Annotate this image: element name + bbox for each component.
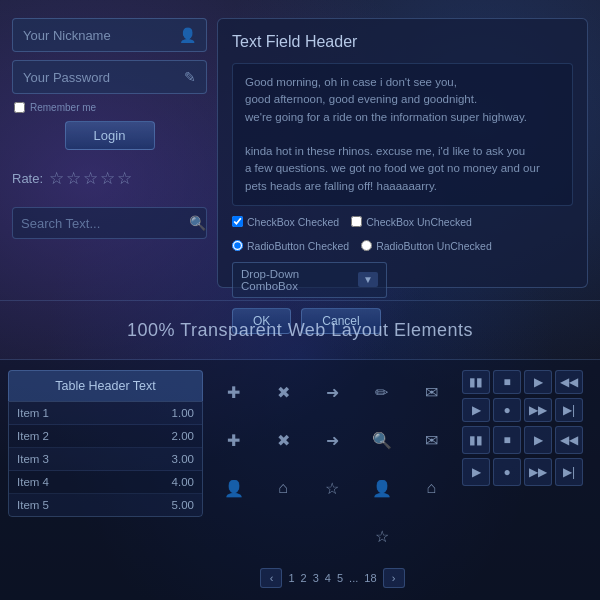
skip-end-button-lg[interactable]: ▶|: [555, 458, 583, 486]
stop-button-lg[interactable]: ■: [493, 426, 521, 454]
placeholder-3: [310, 514, 355, 558]
checkbox-unchecked-item[interactable]: CheckBox UnChecked: [351, 216, 472, 228]
search-row: 🔍: [12, 207, 207, 239]
remember-label: Remember me: [30, 102, 96, 113]
radio-checked[interactable]: [232, 240, 243, 251]
pagination-row: ‹ 1 2 3 4 5 ... 18 ›: [211, 562, 454, 590]
radio-unchecked[interactable]: [361, 240, 372, 251]
password-input[interactable]: [23, 70, 184, 85]
dialog-title: Text Field Header: [232, 33, 573, 51]
row-label-4: Item 4: [17, 476, 49, 488]
star-icon-2[interactable]: ☆: [359, 514, 404, 558]
skip-end-button[interactable]: ▶|: [555, 398, 583, 422]
play-button-lg[interactable]: ▶: [524, 426, 552, 454]
page-3[interactable]: 3: [313, 572, 319, 584]
user-icon-2[interactable]: 👤: [211, 466, 256, 510]
icons-panel: ✚ ✖ ➜ ✏ ✉ ✚ ✖ ➜ 🔍 ✉ 👤 ⌂ ☆ 👤 ⌂: [211, 370, 454, 590]
page-next-button[interactable]: ›: [383, 568, 405, 588]
arrow-right-icon[interactable]: ➜: [310, 370, 355, 414]
login-button[interactable]: Login: [65, 121, 155, 150]
combo-label: Drop-Down ComboBox: [241, 268, 358, 292]
star-icon[interactable]: ☆: [310, 466, 355, 510]
record-button-lg[interactable]: ●: [493, 458, 521, 486]
rate-row: Rate: ☆ ☆ ☆ ☆ ☆: [12, 168, 207, 189]
table-body: Item 1 1.00 Item 2 2.00 Item 3 3.00 Item…: [8, 401, 203, 517]
search-icon: 🔍: [189, 215, 206, 231]
star-5[interactable]: ☆: [117, 168, 132, 189]
star-2[interactable]: ☆: [66, 168, 81, 189]
star-1[interactable]: ☆: [49, 168, 64, 189]
user-icon: 👤: [179, 27, 196, 43]
row-value-4: 4.00: [172, 476, 194, 488]
row-label-1: Item 1: [17, 407, 49, 419]
table-row[interactable]: Item 2 2.00: [9, 425, 202, 448]
password-field-wrapper: ✎: [12, 60, 207, 94]
bottom-section: Table Header Text Item 1 1.00 Item 2 2.0…: [0, 360, 600, 600]
table-row[interactable]: Item 1 1.00: [9, 402, 202, 425]
checkbox-checked[interactable]: [232, 216, 243, 227]
combo-arrow-icon: ▼: [358, 272, 378, 287]
checkbox-checked-label: CheckBox Checked: [247, 216, 339, 228]
user-icon-3[interactable]: 👤: [359, 466, 404, 510]
close-icon-2[interactable]: ✖: [260, 418, 305, 462]
remember-checkbox[interactable]: [14, 102, 25, 113]
star-rating[interactable]: ☆ ☆ ☆ ☆ ☆: [49, 168, 132, 189]
page-2[interactable]: 2: [301, 572, 307, 584]
page-4[interactable]: 4: [325, 572, 331, 584]
record-button[interactable]: ●: [493, 398, 521, 422]
radio-checked-label: RadioButton Checked: [247, 240, 349, 252]
page-1[interactable]: 1: [288, 572, 294, 584]
home-icon[interactable]: ⌂: [260, 466, 305, 510]
mail-icon[interactable]: ✉: [409, 370, 454, 414]
radio-checked-item[interactable]: RadioButton Checked: [232, 240, 349, 252]
rate-label: Rate:: [12, 171, 43, 186]
nickname-input[interactable]: [23, 28, 179, 43]
play-button-lg-2[interactable]: ▶: [462, 458, 490, 486]
row-value-1: 1.00: [172, 407, 194, 419]
stop-button[interactable]: ■: [493, 370, 521, 394]
rewind-button-lg[interactable]: ◀◀: [555, 426, 583, 454]
pause-button[interactable]: ▮▮: [462, 370, 490, 394]
play-button-2[interactable]: ▶: [462, 398, 490, 422]
table-row[interactable]: Item 3 3.00: [9, 448, 202, 471]
search-icon-2[interactable]: 🔍: [359, 418, 404, 462]
combo-row: Drop-Down ComboBox ▼: [232, 262, 573, 298]
arrow-right-icon-2[interactable]: ➜: [310, 418, 355, 462]
row-value-2: 2.00: [172, 430, 194, 442]
home-icon-2[interactable]: ⌂: [409, 466, 454, 510]
table-row[interactable]: Item 5 5.00: [9, 494, 202, 516]
close-icon[interactable]: ✖: [260, 370, 305, 414]
dialog-panel: Text Field Header Good morning, oh in ca…: [217, 18, 588, 288]
placeholder-4: [409, 514, 454, 558]
radio-unchecked-item[interactable]: RadioButton UnChecked: [361, 240, 492, 252]
skip-forward-button-lg[interactable]: ▶▶: [524, 458, 552, 486]
page-ellipsis: ...: [349, 572, 358, 584]
skip-forward-button[interactable]: ▶▶: [524, 398, 552, 422]
table-row[interactable]: Item 4 4.00: [9, 471, 202, 494]
checkbox-unchecked[interactable]: [351, 216, 362, 227]
combo-box[interactable]: Drop-Down ComboBox ▼: [232, 262, 387, 298]
checkbox-unchecked-label: CheckBox UnChecked: [366, 216, 472, 228]
page-last[interactable]: 18: [364, 572, 376, 584]
page-prev-button[interactable]: ‹: [260, 568, 282, 588]
star-3[interactable]: ☆: [83, 168, 98, 189]
mail-open-icon[interactable]: ✉: [409, 418, 454, 462]
dialog-options: CheckBox Checked CheckBox UnChecked Radi…: [232, 216, 573, 252]
row-value-5: 5.00: [172, 499, 194, 511]
pen-icon: ✎: [184, 69, 196, 85]
pause-button-lg[interactable]: ▮▮: [462, 426, 490, 454]
remember-row: Remember me: [12, 102, 207, 113]
middle-text: 100% Transparent Web Layout Elements: [127, 320, 473, 341]
checkbox-checked-item[interactable]: CheckBox Checked: [232, 216, 339, 228]
star-4[interactable]: ☆: [100, 168, 115, 189]
search-input[interactable]: [21, 216, 189, 231]
dialog-body: Good morning, oh in case i don't see you…: [232, 63, 573, 206]
table-panel: Table Header Text Item 1 1.00 Item 2 2.0…: [8, 370, 203, 590]
add-icon[interactable]: ✚: [211, 370, 256, 414]
row-label-2: Item 2: [17, 430, 49, 442]
play-button[interactable]: ▶: [524, 370, 552, 394]
rewind-button[interactable]: ◀◀: [555, 370, 583, 394]
add-icon-2[interactable]: ✚: [211, 418, 256, 462]
page-5[interactable]: 5: [337, 572, 343, 584]
edit-icon-2[interactable]: ✏: [359, 370, 404, 414]
